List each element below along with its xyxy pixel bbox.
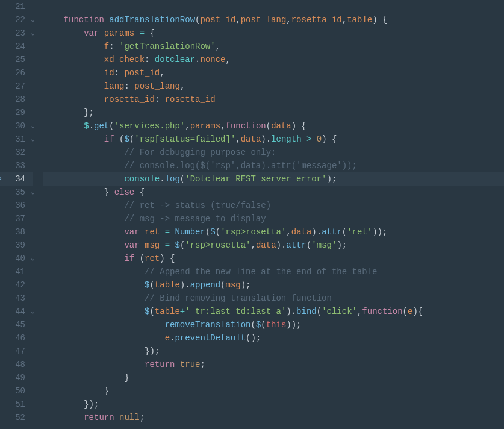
- line-number[interactable]: 26: [0, 66, 33, 80]
- code-token: =: [165, 227, 170, 237]
- code-line[interactable]: };: [43, 106, 504, 119]
- code-line[interactable]: id: post_id,: [43, 66, 504, 80]
- code-line[interactable]: function addTranslationRow(post_id,post_…: [43, 13, 504, 27]
- line-number[interactable]: 42: [0, 278, 33, 292]
- code-area[interactable]: function addTranslationRow(post_id,post_…: [37, 0, 504, 429]
- line-number[interactable]: 34‹›: [0, 172, 33, 186]
- code-line[interactable]: }: [43, 371, 504, 384]
- code-line[interactable]: return true;: [43, 358, 504, 371]
- line-number[interactable]: 52: [0, 411, 33, 424]
- code-line[interactable]: $(table).append(msg);: [43, 278, 504, 292]
- line-number-gutter[interactable]: 2122232425262728293031323334‹›3536373839…: [0, 0, 37, 429]
- code-token: 'ret': [347, 227, 372, 237]
- code-line[interactable]: return null;: [43, 411, 504, 424]
- code-token: [43, 161, 124, 171]
- line-number[interactable]: 35: [0, 186, 33, 199]
- code-line[interactable]: } else {: [43, 186, 504, 199]
- code-line[interactable]: if (ret) {: [43, 252, 504, 265]
- code-line[interactable]: f: 'getTranslationRow',: [43, 40, 504, 53]
- line-number[interactable]: 43: [0, 292, 33, 305]
- code-token: ,: [226, 55, 231, 64]
- code-line[interactable]: rosetta_id: rosetta_id: [43, 93, 504, 106]
- line-number[interactable]: 24: [0, 40, 33, 53]
- code-token: );: [241, 280, 251, 290]
- line-number[interactable]: 45: [0, 318, 33, 331]
- line-number[interactable]: 49: [0, 371, 33, 384]
- code-token: else: [114, 187, 135, 197]
- code-token: ));: [286, 320, 301, 330]
- line-number[interactable]: 29: [0, 106, 33, 119]
- code-token: .: [89, 121, 94, 131]
- code-token: ret: [145, 254, 160, 263]
- line-number[interactable]: 27: [0, 80, 33, 93]
- line-number[interactable]: 37: [0, 212, 33, 225]
- code-line[interactable]: // Bind removing translation function: [43, 292, 504, 305]
- line-number[interactable]: 32: [0, 146, 33, 159]
- line-number[interactable]: 30: [0, 119, 33, 133]
- line-number[interactable]: 46: [0, 331, 33, 345]
- line-number[interactable]: 31: [0, 133, 33, 146]
- line-number[interactable]: 44: [0, 305, 33, 318]
- code-token: ,: [185, 121, 190, 131]
- code-line[interactable]: e.preventDefault();: [43, 331, 504, 345]
- line-number[interactable]: 39: [0, 239, 33, 252]
- line-number[interactable]: 48: [0, 358, 33, 371]
- code-line[interactable]: console.log('Dotclear REST server error'…: [43, 172, 504, 186]
- code-token: if: [104, 134, 114, 144]
- code-token: );: [337, 240, 347, 250]
- code-token: [43, 81, 104, 91]
- code-token: nonce: [200, 55, 225, 64]
- code-token: $: [175, 240, 179, 250]
- code-token: [43, 134, 104, 144]
- line-number[interactable]: 38: [0, 225, 33, 239]
- code-line[interactable]: lang: post_lang,: [43, 80, 504, 93]
- code-token: function: [64, 15, 104, 25]
- code-line[interactable]: // ret -> status (true/false): [43, 199, 504, 212]
- code-line[interactable]: // console.log($('rsp',data).attr('messa…: [43, 159, 504, 172]
- code-line[interactable]: var ret = Number($('rsp>rosetta',data).a…: [43, 225, 504, 239]
- code-line[interactable]: $.get('services.php',params,function(dat…: [43, 119, 504, 133]
- code-token: addTranslationRow: [109, 15, 195, 25]
- line-number[interactable]: 23: [0, 27, 33, 40]
- code-token: (: [266, 121, 271, 131]
- code-line[interactable]: var params = {: [43, 27, 504, 40]
- code-line[interactable]: if ($('rsp[status=failed]',data).length …: [43, 133, 504, 146]
- code-line[interactable]: });: [43, 398, 504, 411]
- code-token: (: [114, 134, 125, 144]
- code-line[interactable]: [43, 0, 504, 13]
- code-token: [43, 307, 145, 316]
- code-token: });: [43, 399, 99, 409]
- line-number[interactable]: 21: [0, 0, 33, 13]
- line-number[interactable]: 28: [0, 93, 33, 106]
- line-number[interactable]: 40: [0, 252, 33, 265]
- line-number[interactable]: 51: [0, 398, 33, 411]
- code-line[interactable]: // msg -> message to display: [43, 212, 504, 225]
- code-line[interactable]: xd_check: dotclear.nonce,: [43, 53, 504, 66]
- code-token: if: [124, 254, 134, 263]
- code-editor[interactable]: 2122232425262728293031323334‹›3536373839…: [0, 0, 504, 429]
- code-token: log: [165, 174, 180, 184]
- code-line[interactable]: var msg = $('rsp>rosetta',data).attr('ms…: [43, 239, 504, 252]
- code-token: [43, 121, 84, 131]
- line-number[interactable]: 47: [0, 345, 33, 358]
- code-token: [43, 55, 104, 64]
- line-number[interactable]: 50: [0, 384, 33, 398]
- code-token: (: [342, 227, 347, 237]
- line-number[interactable]: 41: [0, 265, 33, 278]
- code-token: bind: [296, 307, 317, 316]
- code-line[interactable]: removeTranslation($(this));: [43, 318, 504, 331]
- line-number[interactable]: 36: [0, 199, 33, 212]
- line-number[interactable]: 22: [0, 13, 33, 27]
- code-token: {: [145, 28, 155, 38]
- code-line[interactable]: $(table+' tr:last td:last a').bind('clic…: [43, 305, 504, 318]
- line-number[interactable]: 25: [0, 53, 33, 66]
- code-token: rosetta_id: [165, 95, 216, 104]
- code-line[interactable]: // For debugging purpose only:: [43, 146, 504, 159]
- code-line[interactable]: }: [43, 384, 504, 398]
- code-token: [43, 413, 84, 422]
- code-line[interactable]: });: [43, 345, 504, 358]
- code-line[interactable]: // Append the new line at the end of the…: [43, 265, 504, 278]
- code-token: var: [124, 240, 139, 250]
- line-number[interactable]: 33: [0, 159, 33, 172]
- code-token: [140, 227, 145, 237]
